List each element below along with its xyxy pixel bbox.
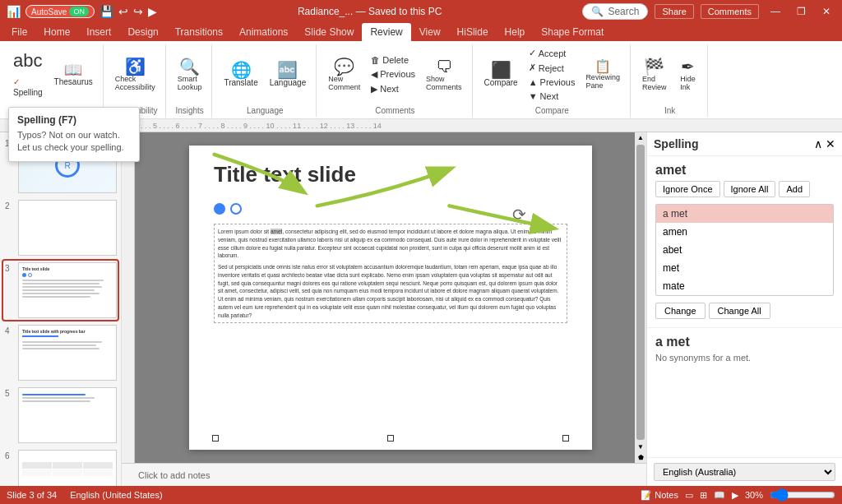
spelling-panel: Spelling ∧ ✕ amet Ignore Once Ignore All…: [646, 132, 842, 486]
endreview-icon: 🏁: [644, 58, 664, 75]
slide-thumb-2[interactable]: 2: [3, 198, 118, 257]
tab-animations[interactable]: Animations: [231, 23, 296, 41]
thumb4-title: Title text slide with progress bar: [22, 329, 113, 334]
newcomment-label: NewComment: [328, 75, 360, 91]
tab-transitions[interactable]: Transitions: [167, 23, 231, 41]
slide-thumb-3[interactable]: 3 Title text slide: [3, 261, 118, 320]
smartlookup-label: SmartLookup: [178, 75, 202, 91]
slide-thumb-5[interactable]: 5: [3, 386, 118, 445]
change-all-button[interactable]: Change All: [709, 303, 770, 319]
maximize-button[interactable]: ❐: [792, 4, 811, 19]
share-button[interactable]: Share: [655, 4, 693, 19]
reviewingpane-label: ReviewingPane: [585, 73, 620, 90]
accessibility-button[interactable]: ♿ CheckAccessibility: [110, 55, 160, 95]
suggestion-a-met[interactable]: a met: [656, 205, 833, 223]
normal-view-icon[interactable]: ▭: [685, 490, 693, 501]
filename: Radiance_...: [298, 6, 353, 17]
tab-review[interactable]: Review: [362, 23, 410, 41]
showcomments-button[interactable]: 🗨 ShowComments: [421, 55, 467, 95]
tab-help[interactable]: Help: [497, 23, 534, 41]
vertical-scrollbar[interactable]: ▲ ▼ ⬟: [635, 132, 646, 463]
tooltip-text: Typos? Not on our watch. Let us check yo…: [17, 132, 122, 155]
notes-bar[interactable]: Click to add notes: [122, 463, 646, 486]
scroll-thumb[interactable]: [636, 145, 645, 440]
spelling-panel-title: Spelling: [654, 137, 698, 150]
search-icon: 🔍: [591, 6, 604, 17]
spelling-collapse-button[interactable]: ∧: [814, 137, 822, 150]
slide-sorter-icon[interactable]: ⊞: [700, 490, 707, 501]
slide-title: Title text slide: [214, 162, 356, 187]
language-button[interactable]: 🔤 Language: [265, 58, 312, 90]
accept-button[interactable]: ✓ Accept: [525, 46, 580, 60]
ignore-once-button[interactable]: Ignore Once: [655, 181, 720, 197]
newcomment-button[interactable]: 💬 NewComment: [323, 55, 365, 95]
zoom-slider[interactable]: [770, 488, 835, 502]
minimize-button[interactable]: —: [766, 4, 785, 19]
tab-insert[interactable]: Insert: [78, 23, 119, 41]
tab-home[interactable]: Home: [35, 23, 78, 41]
ignore-all-button[interactable]: Ignore All: [724, 181, 776, 197]
next-change-button[interactable]: ▼ Next: [525, 90, 580, 103]
smartlookup-button[interactable]: 🔍 SmartLookup: [173, 55, 207, 95]
slide-canvas-area: Title text slide ⟳ Lorem ipsum dolor sit…: [122, 132, 646, 486]
title-bar-left: 📊 AutoSave ON 💾 ↩ ↪ ▶: [7, 5, 157, 18]
tab-shapeformat[interactable]: Shape Format: [533, 23, 612, 41]
undo-icon[interactable]: ↩: [118, 5, 128, 18]
search-bar[interactable]: 🔍 Search: [582, 3, 648, 20]
scroll-up-button[interactable]: ▲: [636, 132, 645, 143]
language-label: Language: [270, 78, 307, 87]
tab-file[interactable]: File: [3, 23, 35, 41]
title-bar-center: Radiance_... — Saved to this PC: [298, 6, 442, 17]
slide-thumb-4[interactable]: 4 Title text slide with progress bar: [3, 323, 118, 382]
suggestion-met[interactable]: met: [656, 259, 833, 277]
delete-label: Delete: [382, 55, 409, 65]
suggestion-amen[interactable]: amen: [656, 223, 833, 241]
compare-icon: ⬛: [491, 62, 511, 78]
suggestion-abet[interactable]: abet: [656, 241, 833, 259]
save-icon[interactable]: 💾: [99, 5, 113, 18]
comments-button[interactable]: Comments: [701, 4, 759, 19]
slide-main[interactable]: Title text slide ⟳ Lorem ipsum dolor sit…: [135, 132, 646, 463]
endreview-button[interactable]: 🏁 EndReview: [637, 55, 672, 95]
slideshow-view-icon[interactable]: ▶: [732, 490, 738, 501]
add-button[interactable]: Add: [779, 181, 810, 197]
reading-view-icon[interactable]: 📖: [714, 490, 725, 501]
spelling-synonyms-word: a met: [647, 327, 842, 353]
reject-button[interactable]: ✗ Reject: [525, 61, 580, 75]
prev-change-button[interactable]: ▲ Previous: [525, 76, 580, 89]
redo-icon[interactable]: ↪: [133, 5, 143, 18]
slide-num-2: 2: [5, 201, 15, 210]
thesaurus-button[interactable]: 📖 Thesaurus: [49, 59, 98, 90]
slide-text-area[interactable]: Lorem ipsum dolor sit amet, consectetur …: [214, 224, 567, 323]
notes-button[interactable]: 📝 Notes: [641, 490, 678, 501]
change-button[interactable]: Change: [655, 303, 706, 319]
present-icon[interactable]: ▶: [148, 5, 157, 18]
reviewingpane-button[interactable]: 📋 ReviewingPane: [581, 57, 625, 93]
translate-button[interactable]: 🌐 Translate: [219, 58, 262, 90]
handle-bl[interactable]: [212, 435, 219, 442]
slide-thumb-6[interactable]: 6: [3, 448, 118, 486]
tab-view[interactable]: View: [411, 23, 449, 41]
hideink-button[interactable]: ✒ HideInk: [673, 55, 702, 95]
tab-design[interactable]: Design: [119, 23, 166, 41]
spelling-button[interactable]: abc✓ Spelling: [8, 49, 48, 100]
suggestion-mate[interactable]: mate: [656, 277, 833, 295]
scroll-expand-button[interactable]: ⬟: [636, 452, 645, 463]
handle-bc[interactable]: [387, 435, 394, 442]
close-button[interactable]: ✕: [817, 4, 835, 19]
autosave-toggle[interactable]: AutoSave ON: [25, 5, 95, 18]
next-comment-button[interactable]: ▶ Next: [367, 82, 419, 96]
spelling-close-button[interactable]: ✕: [826, 137, 835, 150]
slide-preview-3: Title text slide: [18, 262, 117, 318]
scroll-down-button[interactable]: ▼: [636, 442, 645, 452]
delete-comment-button[interactable]: 🗑 Delete: [367, 53, 419, 67]
tab-hislide[interactable]: HiSlide: [449, 23, 497, 41]
prev-comment-button[interactable]: ◀ Previous: [367, 67, 419, 81]
spelling-icon: abc✓: [13, 52, 42, 88]
language-select[interactable]: English (Australia): [654, 463, 835, 481]
handle-br[interactable]: [562, 435, 569, 442]
tab-slideshow[interactable]: Slide Show: [296, 23, 362, 41]
ribbon-group-comments: 💬 NewComment 🗑 Delete ◀ Previous ▶ Next: [318, 44, 472, 117]
spelling-footer: English (Australia): [647, 457, 842, 486]
compare-button[interactable]: ⬛ Compare: [479, 58, 523, 90]
